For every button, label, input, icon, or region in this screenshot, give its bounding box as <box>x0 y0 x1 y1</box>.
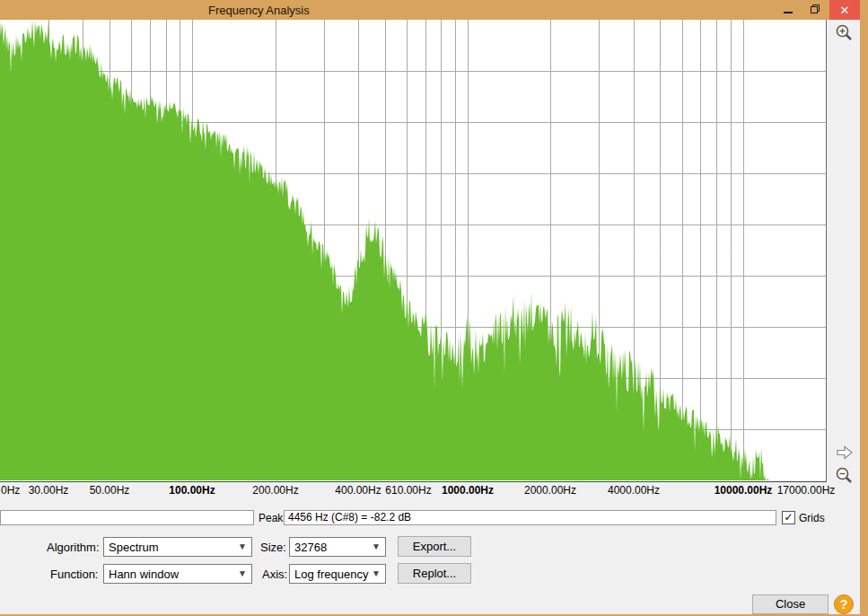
x-axis-tick-label: 200.00Hz <box>252 484 298 497</box>
chevron-down-icon: ▼ <box>372 541 381 551</box>
x-axis-tick-label: 2000.00Hz <box>524 484 576 497</box>
algorithm-dropdown-value: Spectrum <box>109 541 159 554</box>
vertical-zoom-column <box>827 20 860 482</box>
scroll-arrow-button[interactable] <box>837 445 853 463</box>
minimize-button[interactable] <box>776 0 801 20</box>
algorithm-dropdown[interactable]: Spectrum ▼ <box>103 537 252 557</box>
grids-checkbox-label: Grids <box>799 512 825 524</box>
x-axis: 0Hz30.00Hz50.00Hz100.00Hz200.00Hz400.00H… <box>0 484 860 498</box>
window-close-button[interactable]: ✕ <box>829 0 860 20</box>
zoom-in-button[interactable] <box>835 23 853 45</box>
axis-label: Axis: <box>262 568 287 581</box>
cursor-field[interactable] <box>0 510 254 525</box>
x-axis-tick-label: 610.00Hz <box>385 484 431 497</box>
frequency-analysis-window: Frequency Analysis ✕ <box>0 0 868 616</box>
arrow-right-icon <box>837 447 853 462</box>
window-right-border <box>860 0 868 616</box>
x-axis-tick-label: 0Hz <box>1 484 20 497</box>
magnifier-plus-icon <box>835 29 853 44</box>
help-button[interactable]: ? <box>834 594 854 614</box>
function-dropdown[interactable]: Hann window ▼ <box>103 564 252 584</box>
x-axis-tick-label: 17000.00Hz <box>777 484 836 497</box>
grids-checkbox[interactable]: ✓ Grids <box>782 511 825 524</box>
function-label: Function: <box>50 568 98 581</box>
replot-button[interactable]: Replot... <box>398 563 471 584</box>
minimize-icon <box>784 12 793 13</box>
algorithm-label: Algorithm: <box>47 541 100 554</box>
restore-icon <box>810 2 820 18</box>
chevron-down-icon: ▼ <box>372 568 381 578</box>
grids-checkbox-mark[interactable]: ✓ <box>782 511 795 524</box>
x-axis-tick-label: 10000.00Hz <box>715 484 773 497</box>
size-label: Size: <box>260 541 286 554</box>
x-axis-tick-label: 50.00Hz <box>90 484 130 497</box>
peak-label: Peak: <box>259 512 286 524</box>
axis-dropdown-value: Log frequency <box>294 568 368 581</box>
chevron-down-icon: ▼ <box>238 568 247 578</box>
peak-field[interactable]: 4456 Hz (C#8) = -82.2 dB <box>284 510 776 525</box>
restore-button[interactable] <box>802 0 828 20</box>
spectrum-canvas[interactable] <box>0 20 826 480</box>
close-button[interactable]: Close <box>752 594 829 614</box>
title-bar[interactable]: Frequency Analysis ✕ <box>0 0 868 21</box>
chevron-down-icon: ▼ <box>238 541 247 551</box>
close-icon: ✕ <box>840 4 850 17</box>
x-axis-tick-label: 4000.00Hz <box>608 484 660 497</box>
spectrum-plot[interactable] <box>0 20 827 482</box>
x-axis-tick-label: 400.00Hz <box>335 484 381 497</box>
export-button[interactable]: Export... <box>398 536 471 557</box>
x-axis-tick-label: 30.00Hz <box>29 484 69 497</box>
function-dropdown-value: Hann window <box>109 568 179 581</box>
x-axis-tick-label: 1000.00Hz <box>442 484 494 497</box>
x-axis-tick-label: 100.00Hz <box>169 484 215 497</box>
axis-dropdown[interactable]: Log frequency ▼ <box>289 564 386 584</box>
size-dropdown[interactable]: 32768 ▼ <box>289 537 386 557</box>
size-dropdown-value: 32768 <box>294 541 327 554</box>
window-title: Frequency Analysis <box>208 4 310 17</box>
